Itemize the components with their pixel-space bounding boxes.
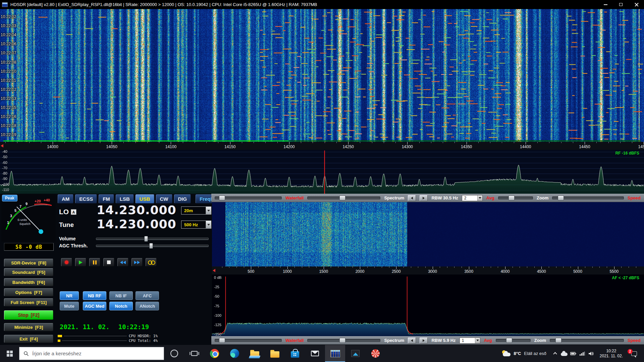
rf-spectrum-display[interactable]	[0, 150, 644, 194]
top-waterfall-label[interactable]: Waterfall	[285, 195, 304, 200]
top-zoom-slider[interactable]	[552, 196, 624, 199]
top-avg-slider-thumb[interactable]	[508, 195, 515, 200]
tab-dig[interactable]: DIG	[174, 194, 191, 203]
bandwidth-button[interactable]: Bandwidth[F6]	[4, 278, 53, 286]
taskbar-app-chrome[interactable]	[204, 345, 224, 362]
bottom-spectrum-label[interactable]: Spectrum	[384, 338, 404, 343]
taskbar-app-hdsdr[interactable]	[325, 345, 345, 362]
tray-onedrive-button[interactable]	[560, 345, 569, 362]
minimize-button[interactable]	[598, 0, 613, 9]
agc-med-toggle[interactable]: AGC Med	[83, 302, 106, 310]
volume-slider-thumb[interactable]	[144, 236, 148, 242]
tab-am[interactable]: AM	[58, 194, 73, 203]
maximize-button[interactable]	[613, 0, 629, 9]
task-view-button[interactable]	[184, 345, 204, 362]
taskbar-app-photos[interactable]	[345, 345, 365, 362]
tune-step-select[interactable]: 500 Hz	[181, 221, 211, 229]
tab-cw[interactable]: CW	[156, 194, 172, 203]
dropdown-arrow-icon[interactable]	[475, 338, 480, 343]
lo-auto-button[interactable]: A	[71, 209, 76, 215]
agc-threshold-slider[interactable]	[96, 245, 209, 247]
top-speed-label[interactable]: Speed	[628, 195, 641, 200]
taskbar-app-mail[interactable]	[305, 345, 325, 362]
volume-slider[interactable]	[96, 238, 209, 240]
af-waterfall-display[interactable]	[212, 202, 644, 266]
action-center-button[interactable]: 2	[627, 351, 642, 356]
stop-button[interactable]: Stop[F2]	[4, 310, 53, 320]
search-input[interactable]	[32, 351, 160, 356]
top-offset-slider-thumb[interactable]	[219, 195, 225, 200]
tune-frequency-display[interactable]: 14.230.000	[95, 217, 178, 231]
af-frequency-scale[interactable]: 5001000150020002500300035004000450050005…	[212, 266, 644, 275]
rf-waterfall-display[interactable]	[0, 9, 644, 142]
top-avg-select[interactable]: 2	[462, 195, 483, 201]
rf-frequency-scale[interactable]: 1400014050141001415014200142501430014350…	[0, 142, 644, 150]
lo-frequency-display[interactable]: 14.230.000	[95, 203, 178, 217]
taskbar-app-file-explorer[interactable]	[245, 345, 265, 362]
exit-button[interactable]: Exit[F4]	[4, 335, 53, 343]
mute-toggle[interactable]: Mute	[60, 302, 79, 310]
top-zoom-slider-thumb[interactable]	[558, 195, 564, 200]
tray-battery-button[interactable]	[569, 345, 578, 362]
bottom-speed-label[interactable]: Speed	[628, 338, 641, 343]
dropdown-arrow-icon[interactable]	[206, 221, 211, 228]
taskbar-clock[interactable]: 10:22 2021. 11. 02.	[596, 349, 627, 359]
tray-expand-button[interactable]	[551, 345, 560, 362]
bottom-avg-select[interactable]: 1	[460, 338, 480, 344]
nr-toggle[interactable]: NR	[60, 291, 79, 300]
fast-forward-button[interactable]	[131, 258, 143, 266]
top-range-slider-thumb[interactable]	[339, 195, 345, 200]
top-offset-slider[interactable]	[215, 196, 282, 199]
taskbar-app-media-player[interactable]	[365, 345, 385, 362]
taskbar-app-edge[interactable]	[224, 345, 245, 362]
bottom-waterfall-label[interactable]: Waterfall	[285, 338, 304, 343]
start-button[interactable]	[0, 345, 19, 362]
peak-mode-button[interactable]: Peak	[2, 195, 17, 201]
stop-playback-button[interactable]	[103, 258, 114, 266]
bottom-rbw-increase-button[interactable]	[420, 338, 428, 344]
band-select[interactable]: 20m	[181, 206, 211, 215]
top-range-slider[interactable]	[307, 196, 380, 199]
soundcard-button[interactable]: Soundcard[F5]	[4, 268, 53, 276]
notch-toggle[interactable]: Notch	[109, 302, 133, 310]
close-button[interactable]	[629, 0, 644, 9]
loop-button[interactable]	[146, 258, 157, 266]
tab-usb[interactable]: USB	[136, 194, 154, 203]
taskbar-search[interactable]	[19, 347, 164, 360]
sdr-device-button[interactable]: SDR-Device[F8]	[4, 259, 53, 267]
tray-network-button[interactable]	[578, 345, 587, 362]
cortana-button[interactable]	[164, 345, 184, 362]
top-avg-label[interactable]: Avg	[486, 195, 494, 200]
bottom-rbw-decrease-button[interactable]	[408, 338, 416, 344]
bottom-avg-label[interactable]: Avg	[484, 338, 492, 343]
af-spectrum-display[interactable]	[212, 275, 644, 336]
bottom-avg-slider-thumb[interactable]	[506, 338, 512, 343]
anotch-toggle[interactable]: ANotch	[136, 302, 159, 310]
play-button[interactable]	[75, 258, 86, 266]
tab-fm[interactable]: FM	[99, 194, 114, 203]
bottom-range-slider[interactable]	[307, 339, 380, 342]
top-avg-slider[interactable]	[498, 196, 533, 199]
dropdown-arrow-icon[interactable]	[477, 195, 482, 201]
bottom-range-slider-thumb[interactable]	[339, 338, 345, 343]
fullscreen-button[interactable]: Full Screen[F11]	[4, 298, 53, 306]
minimize-app-button[interactable]: Minimize[F3]	[4, 323, 53, 331]
bottom-offset-slider[interactable]	[215, 339, 282, 342]
dropdown-arrow-icon[interactable]	[206, 207, 211, 214]
bottom-offset-slider-thumb[interactable]	[219, 338, 225, 343]
top-rbw-increase-button[interactable]	[420, 195, 428, 201]
afc-toggle[interactable]: AFC	[136, 291, 159, 300]
record-button[interactable]	[61, 258, 72, 266]
nb-if-toggle[interactable]: NB IF	[109, 291, 133, 300]
taskbar-app-folder[interactable]	[265, 345, 285, 362]
nb-rf-toggle[interactable]: NB RF	[83, 291, 106, 300]
bottom-avg-slider[interactable]	[496, 339, 531, 342]
options-button[interactable]: Options[F7]	[4, 288, 53, 296]
bottom-zoom-slider-thumb[interactable]	[555, 338, 561, 343]
tray-volume-button[interactable]	[587, 345, 596, 362]
top-spectrum-label[interactable]: Spectrum	[384, 195, 404, 200]
weather-widget[interactable]: 8°C Eláll az eső	[497, 345, 551, 362]
rewind-button[interactable]	[117, 258, 128, 266]
tab-lsb[interactable]: LSB	[116, 194, 134, 203]
top-rbw-decrease-button[interactable]	[408, 195, 416, 201]
